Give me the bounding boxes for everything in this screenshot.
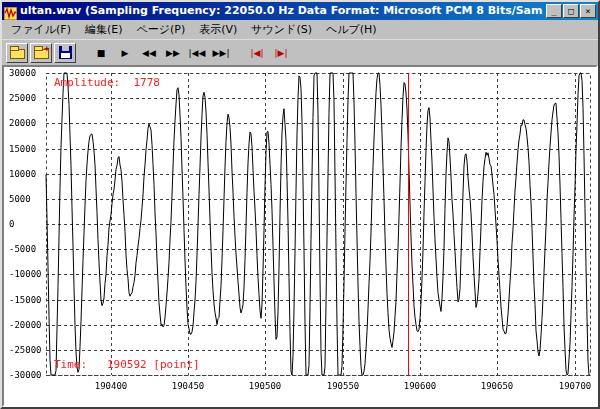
titlebar: ultan.wav (Sampling Frequency: 22050.0 H…	[2, 2, 598, 20]
toolbar-separator	[234, 43, 244, 63]
x-tick-label: 190500	[240, 381, 290, 391]
y-tick-label: 5000	[9, 194, 31, 204]
x-tick-label: 190550	[318, 381, 368, 391]
play-icon: ▶	[122, 48, 129, 58]
x-tick-label: 190650	[472, 381, 522, 391]
forward-icon: ▶▶	[166, 48, 180, 58]
skip-end-button[interactable]: ▶▶|	[210, 43, 232, 63]
waveform-panel: Amplitude: 1778 Time: 190592 [point] 300…	[2, 65, 598, 407]
marker-start-icon: |◀|	[251, 48, 264, 58]
marker-end-button[interactable]: |▶|	[270, 43, 292, 63]
y-tick-label: -15000	[9, 295, 42, 305]
y-tick-label: 25000	[9, 93, 36, 103]
y-tick-label: 0	[9, 219, 14, 229]
floppy-icon	[59, 46, 72, 59]
minimize-button[interactable]: _	[546, 4, 562, 18]
menu-view[interactable]: 表示(V)	[192, 20, 244, 39]
skip-end-icon: ▶▶|	[213, 48, 230, 58]
amplitude-readout: Amplitude: 1778	[54, 76, 160, 89]
y-tick-label: -20000	[9, 320, 42, 330]
menu-sound[interactable]: サウンド(S)	[244, 20, 319, 39]
y-tick-label: 30000	[9, 68, 36, 78]
skip-start-button[interactable]: |◀◀	[186, 43, 208, 63]
x-tick-label: 190400	[86, 381, 136, 391]
menubar: ファイル(F)編集(E)ページ(P)表示(V)サウンド(S)ヘルプ(H)	[2, 20, 598, 39]
app-window: ultan.wav (Sampling Frequency: 22050.0 H…	[0, 0, 600, 409]
time-readout: Time: 190592 [point]	[54, 358, 200, 371]
marker-start-button[interactable]: |◀|	[246, 43, 268, 63]
rewind-button[interactable]: ◀◀	[138, 43, 160, 63]
x-tick-label: 190600	[395, 381, 445, 391]
menu-file[interactable]: ファイル(F)	[4, 20, 78, 39]
window-controls: _ □ ×	[546, 4, 596, 18]
y-tick-label: 15000	[9, 144, 36, 154]
menu-help[interactable]: ヘルプ(H)	[319, 20, 384, 39]
skip-start-icon: |◀◀	[189, 48, 206, 58]
stop-button[interactable]: ■	[90, 43, 112, 63]
folder-icon	[10, 49, 25, 59]
maximize-button[interactable]: □	[563, 4, 579, 18]
y-tick-label: -5000	[9, 244, 36, 254]
save-button[interactable]	[54, 43, 76, 63]
marker-end-icon: |▶|	[275, 48, 288, 58]
x-tick-label: 190700	[550, 381, 598, 391]
waveform-canvas[interactable]	[4, 67, 596, 405]
menu-page[interactable]: ページ(P)	[130, 20, 193, 39]
y-tick-label: -10000	[9, 269, 42, 279]
open-button[interactable]	[6, 43, 28, 63]
window-title: ultan.wav (Sampling Frequency: 22050.0 H…	[20, 2, 543, 20]
x-tick-label: 190450	[163, 381, 213, 391]
rewind-icon: ◀◀	[142, 48, 156, 58]
toolbar: ■▶◀◀▶▶|◀◀▶▶||◀||▶|	[2, 39, 598, 65]
y-tick-label: -25000	[9, 345, 42, 355]
y-tick-label: 20000	[9, 118, 36, 128]
y-tick-label: 10000	[9, 169, 36, 179]
forward-button[interactable]: ▶▶	[162, 43, 184, 63]
toolbar-separator	[78, 43, 88, 63]
app-icon	[4, 5, 17, 18]
menu-edit[interactable]: 編集(E)	[78, 20, 130, 39]
open-add-button[interactable]	[30, 43, 52, 63]
folder-plus-icon	[34, 49, 49, 59]
stop-icon: ■	[97, 48, 106, 58]
close-button[interactable]: ×	[580, 4, 596, 18]
play-button[interactable]: ▶	[114, 43, 136, 63]
y-tick-label: -30000	[9, 370, 42, 380]
